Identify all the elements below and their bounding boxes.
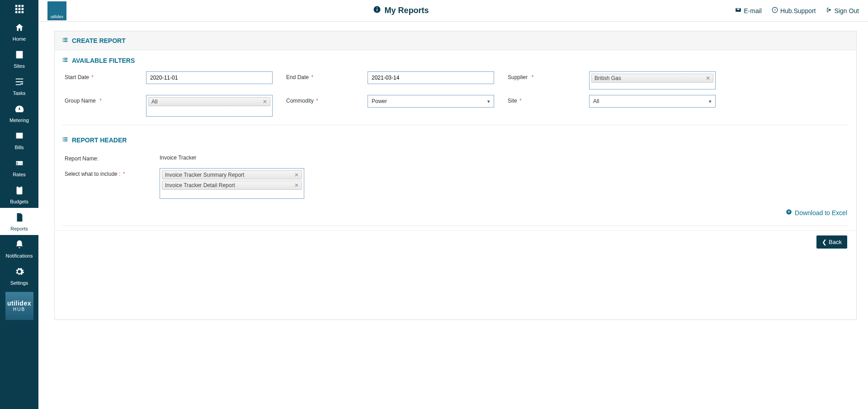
rates-icon: $ — — [14, 158, 24, 170]
svg-rect-12 — [377, 9, 377, 11]
sidebar-item-label: Rates — [13, 172, 26, 177]
chevron-down-icon: ▾ — [709, 99, 712, 104]
commodity-select[interactable]: Power ▾ — [368, 95, 494, 108]
gauge-icon — [14, 104, 24, 116]
sidebar-item-reports[interactable]: Reports — [0, 208, 38, 235]
divider — [62, 226, 849, 226]
sidebar-item-sites[interactable]: Sites — [0, 45, 38, 72]
svg-rect-4 — [18, 8, 20, 10]
download-icon — [786, 209, 792, 216]
signout-link[interactable]: Sign Out — [826, 7, 859, 14]
back-button[interactable]: ❮ Back — [816, 235, 847, 249]
main: utilidex My Reports E-mail ? Hub.Support… — [38, 0, 868, 320]
report-name-label: Report Name: — [65, 153, 151, 162]
svg-rect-1 — [18, 5, 20, 7]
signout-icon — [826, 7, 832, 14]
back-row: ❮ Back — [55, 230, 856, 253]
group-name-tag: All ✕ — [148, 97, 270, 106]
report-header-section: REPORT HEADER Report Name: Invoice Track… — [55, 130, 856, 204]
bills-icon — [14, 131, 24, 143]
group-name-tagbox[interactable]: All ✕ — [146, 95, 273, 117]
chevron-down-icon: ▾ — [487, 99, 490, 104]
end-date-input[interactable] — [368, 71, 494, 84]
question-icon: ? — [772, 7, 778, 14]
sidebar-item-notifications[interactable]: Notifications — [0, 235, 38, 262]
list-icon — [62, 37, 68, 44]
include-tag: Invoice Tracker Summary Report ✕ — [162, 170, 302, 179]
panel-title: CREATE REPORT — [55, 31, 856, 50]
sidebar-item-tasks[interactable]: Tasks — [0, 72, 38, 99]
sidebar-item-metering[interactable]: Metering — [0, 99, 38, 127]
list-icon — [62, 56, 68, 64]
remove-tag-icon[interactable]: ✕ — [259, 99, 267, 105]
reports-icon — [14, 212, 24, 224]
svg-rect-8 — [21, 11, 24, 14]
filters-title: AVAILABLE FILTERS — [62, 56, 849, 64]
apps-menu-icon[interactable] — [0, 0, 38, 18]
filters-section: AVAILABLE FILTERS Start Date * End Date … — [55, 50, 856, 120]
svg-rect-7 — [18, 11, 20, 14]
report-name-value: Invoice Tracker — [160, 153, 304, 162]
sidebar-item-label: Metering — [9, 118, 29, 123]
start-date-label: Start Date * — [65, 71, 132, 80]
sidebar-item-label: Reports — [10, 226, 28, 231]
download-row: Download to Excel — [55, 204, 856, 221]
page-title: My Reports — [66, 5, 735, 16]
sidebar-item-label: Tasks — [13, 90, 25, 96]
sidebar-item-home[interactable]: Home — [0, 18, 38, 45]
content-panel: CREATE REPORT AVAILABLE FILTERS Start Da… — [54, 31, 857, 320]
header-brand-logo: utilidex — [47, 1, 66, 20]
svg-text:$ —: $ — — [16, 161, 23, 165]
gear-icon — [14, 267, 24, 278]
sidebar-item-label: Budgets — [10, 199, 28, 204]
list-icon — [62, 136, 68, 144]
remove-tag-icon[interactable]: ✕ — [702, 75, 710, 81]
bell-icon — [14, 240, 24, 251]
sidebar-item-rates[interactable]: $ — Rates — [0, 154, 38, 181]
include-label: Select what to include : * — [65, 168, 151, 199]
site-select[interactable]: All ▾ — [589, 95, 716, 108]
svg-rect-13 — [377, 8, 377, 9]
sidebar-item-budgets[interactable]: Budgets — [0, 181, 38, 208]
include-tag: Invoice Tracker Detail Report ✕ — [162, 181, 302, 190]
email-link[interactable]: E-mail — [735, 7, 762, 14]
sidebar-item-label: Notifications — [6, 253, 33, 259]
include-tagbox[interactable]: Invoice Tracker Summary Report ✕ Invoice… — [160, 168, 304, 199]
sidebar-item-label: Home — [13, 36, 26, 42]
divider — [62, 125, 849, 125]
sidebar: Home Sites Tasks Metering Bills $ — Rate… — [0, 0, 38, 329]
sidebar-item-bills[interactable]: Bills — [0, 127, 38, 154]
group-name-label: Group Name * — [65, 95, 132, 104]
report-header-title: REPORT HEADER — [62, 136, 849, 144]
header-bar: utilidex My Reports E-mail ? Hub.Support… — [38, 0, 868, 22]
support-link[interactable]: ? Hub.Support — [772, 7, 816, 14]
sidebar-item-settings[interactable]: Settings — [0, 262, 38, 289]
svg-rect-6 — [15, 11, 17, 14]
tasks-icon — [14, 77, 24, 89]
svg-rect-3 — [15, 8, 17, 10]
supplier-tagbox[interactable]: British Gas ✕ — [589, 71, 716, 89]
svg-rect-5 — [21, 8, 24, 10]
svg-rect-2 — [21, 5, 24, 7]
clipboard-icon — [14, 185, 24, 197]
svg-text:?: ? — [774, 8, 776, 12]
end-date-label: End Date * — [286, 71, 354, 80]
supplier-tag: British Gas ✕ — [591, 74, 713, 83]
sidebar-item-label: Bills — [14, 145, 24, 150]
info-icon — [373, 5, 381, 16]
commodity-label: Commodity * — [286, 95, 354, 104]
supplier-label: Supplier * — [508, 71, 576, 80]
home-icon — [14, 23, 24, 34]
chevron-left-icon: ❮ — [822, 239, 827, 245]
svg-rect-0 — [15, 5, 17, 7]
start-date-input[interactable] — [146, 71, 273, 84]
sidebar-brand-logo: utilidex HUB — [5, 292, 33, 320]
site-label: Site * — [508, 95, 576, 104]
download-excel-link[interactable]: Download to Excel — [786, 209, 847, 216]
building-icon — [14, 50, 24, 61]
sidebar-item-label: Settings — [10, 280, 28, 286]
remove-tag-icon[interactable]: ✕ — [291, 182, 299, 188]
sidebar-item-label: Sites — [14, 63, 24, 69]
envelope-icon — [735, 7, 741, 14]
remove-tag-icon[interactable]: ✕ — [291, 172, 299, 178]
